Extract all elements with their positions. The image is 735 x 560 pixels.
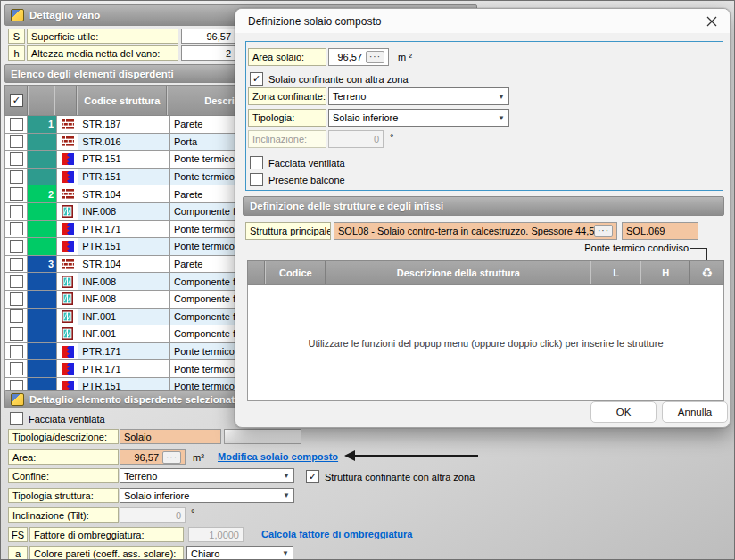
dlg-facciata-checkbox[interactable] bbox=[250, 156, 263, 169]
bridge-icon bbox=[57, 238, 78, 255]
presente-balcone-checkbox[interactable] bbox=[250, 173, 263, 186]
struttura-confinante-checkbox[interactable]: ✓ bbox=[306, 470, 319, 483]
strutture-table-header: Codice Descrizione della struttura L H ♻ bbox=[247, 260, 724, 285]
struttura-codice-field[interactable]: SOL.069 bbox=[622, 222, 698, 240]
area-field[interactable]: 96,57 ··· bbox=[120, 449, 186, 465]
inclinazione-tilt-value: 0 bbox=[120, 507, 186, 523]
struttura-more-button[interactable]: ··· bbox=[594, 225, 613, 237]
struttura-confinante-row: ✓ Struttura confinante con altra zona bbox=[306, 470, 475, 483]
structure-code: PTR.151 bbox=[78, 151, 170, 168]
cancel-button[interactable]: Annulla bbox=[662, 401, 728, 423]
dlg-facciata-label: Facciata ventilata bbox=[268, 158, 345, 169]
a-prefix-label: a bbox=[8, 546, 28, 560]
descrizione-extra-field[interactable] bbox=[224, 429, 301, 444]
inclinazione-tilt-unit: ° bbox=[191, 507, 194, 518]
wall-icon bbox=[57, 256, 78, 273]
area-value: 96,57 bbox=[134, 452, 159, 463]
confine-label: Confine: bbox=[8, 468, 119, 483]
select-all-checkbox[interactable]: ✓ bbox=[10, 94, 23, 107]
facciata-ventilata-row: Facciata ventilata bbox=[10, 412, 105, 425]
row-checkbox[interactable] bbox=[10, 345, 23, 358]
row-checkbox[interactable] bbox=[10, 187, 23, 201]
group-band bbox=[28, 291, 57, 308]
zona-confinante-dropdown[interactable]: Terreno ▼ bbox=[328, 87, 509, 105]
area-label: Area: bbox=[8, 449, 119, 465]
row-checkbox[interactable] bbox=[10, 292, 23, 306]
altezza-media-label: Altezza media netta del vano: bbox=[27, 45, 178, 61]
window-icon bbox=[57, 203, 78, 220]
structure-code: INF.001 bbox=[78, 325, 170, 342]
altezza-media-value[interactable]: 2 bbox=[181, 45, 240, 61]
inclinazione-unit: ° bbox=[390, 132, 393, 143]
structure-code: STR.187 bbox=[78, 116, 170, 133]
area-solaio-value: 96,57 bbox=[337, 52, 362, 62]
window-icon bbox=[57, 309, 78, 325]
colore-pareti-value: Chiaro bbox=[191, 548, 219, 559]
group-band bbox=[28, 134, 57, 151]
structure-code: INF.001 bbox=[78, 309, 170, 325]
row-checkbox[interactable] bbox=[10, 118, 23, 131]
row-checkbox[interactable] bbox=[10, 152, 23, 166]
area-solaio-more-button[interactable]: ··· bbox=[366, 51, 384, 63]
solaio-confinante-checkbox[interactable]: ✓ bbox=[250, 72, 263, 86]
close-icon[interactable] bbox=[706, 16, 717, 27]
descrizione-header: Descrizione della struttura bbox=[326, 261, 591, 284]
confine-dropdown[interactable]: Terreno ▼ bbox=[120, 468, 294, 483]
definizione-solaio-dialog: Definizione solaio composto Area solaio:… bbox=[235, 8, 731, 428]
row-checkbox[interactable] bbox=[10, 205, 23, 218]
row-checkbox[interactable] bbox=[10, 135, 23, 148]
group-column-header bbox=[29, 86, 56, 115]
area-solaio-field[interactable]: 96,57 ··· bbox=[328, 48, 389, 66]
chevron-down-icon: ▼ bbox=[498, 114, 505, 122]
ok-button[interactable]: OK bbox=[590, 401, 657, 423]
superficie-utile-value[interactable]: 96,57 bbox=[181, 29, 240, 44]
bridge-icon bbox=[57, 343, 78, 360]
area-more-button[interactable]: ··· bbox=[162, 451, 181, 464]
group-band: 2 bbox=[28, 185, 57, 202]
h-prefix-label: h bbox=[8, 45, 25, 61]
strutture-table-body[interactable]: Utilizzare le funzioni del popup menu (o… bbox=[247, 285, 724, 401]
tipologia-descrizione-label: Tipologia/descrizione: bbox=[8, 429, 119, 444]
solaio-confinante-row: ✓ Solaio confinante con altra zona bbox=[250, 72, 409, 86]
facciata-ventilata-checkbox[interactable] bbox=[10, 412, 23, 425]
dialog-title: Definizione solaio composto bbox=[248, 15, 381, 28]
ponte-condiviso-icon: ♻ bbox=[690, 261, 723, 284]
zona-confinante-label: Zona confinante: bbox=[248, 87, 326, 105]
row-checkbox[interactable] bbox=[10, 275, 23, 288]
group-band bbox=[28, 325, 57, 342]
structure-code: PTR.171 bbox=[78, 343, 170, 360]
tipologia-dropdown[interactable]: Solaio inferiore ▼ bbox=[328, 109, 509, 127]
row-checkbox[interactable] bbox=[10, 309, 23, 323]
colore-pareti-dropdown[interactable]: Chiaro ▼ bbox=[186, 546, 293, 560]
structure-code: STR.104 bbox=[78, 185, 170, 202]
area-solaio-label: Area solaio: bbox=[248, 48, 326, 66]
app-window: Dettaglio vano S Superficie utile: 96,57… bbox=[0, 0, 735, 560]
group-band bbox=[28, 221, 57, 238]
row-checkbox[interactable] bbox=[10, 222, 23, 235]
tipologia-descrizione-value[interactable]: Solaio bbox=[120, 429, 221, 444]
row-checkbox[interactable] bbox=[10, 170, 23, 184]
solaio-confinante-label: Solaio confinante con altra zona bbox=[268, 74, 409, 85]
row-checkbox[interactable] bbox=[10, 362, 23, 375]
bridge-icon bbox=[57, 169, 78, 185]
inclinazione-value: 0 bbox=[328, 130, 384, 148]
note-icon bbox=[11, 9, 24, 21]
presente-balcone-row: Presente balcone bbox=[250, 173, 345, 186]
h-header: H bbox=[641, 261, 690, 284]
inclinazione-tilt-label: Inclinazione (Tilt): bbox=[8, 507, 119, 523]
group-band bbox=[28, 238, 57, 255]
structure-code: INF.008 bbox=[78, 291, 170, 308]
tipologia-struttura-dropdown[interactable]: Solaio inferiore ▼ bbox=[120, 488, 294, 503]
area-unit: m² bbox=[193, 452, 204, 463]
wall-icon bbox=[57, 116, 78, 133]
annotation-arrow-icon bbox=[344, 447, 480, 465]
dlg-facciata-row: Facciata ventilata bbox=[250, 156, 345, 169]
calcola-fattore-link[interactable]: Calcola fattore di ombreggiatura bbox=[261, 529, 412, 539]
row-checkbox[interactable] bbox=[10, 240, 23, 253]
ponte-pointer-line bbox=[690, 248, 707, 260]
modifica-solaio-link[interactable]: Modifica solaio composto bbox=[218, 451, 338, 462]
row-checkbox[interactable] bbox=[10, 258, 23, 271]
struttura-principale-field[interactable]: SOL08 - Solaio contro-terra in calcestru… bbox=[334, 222, 617, 240]
row-checkbox[interactable] bbox=[10, 327, 23, 341]
structure-code: STR.016 bbox=[78, 134, 170, 151]
